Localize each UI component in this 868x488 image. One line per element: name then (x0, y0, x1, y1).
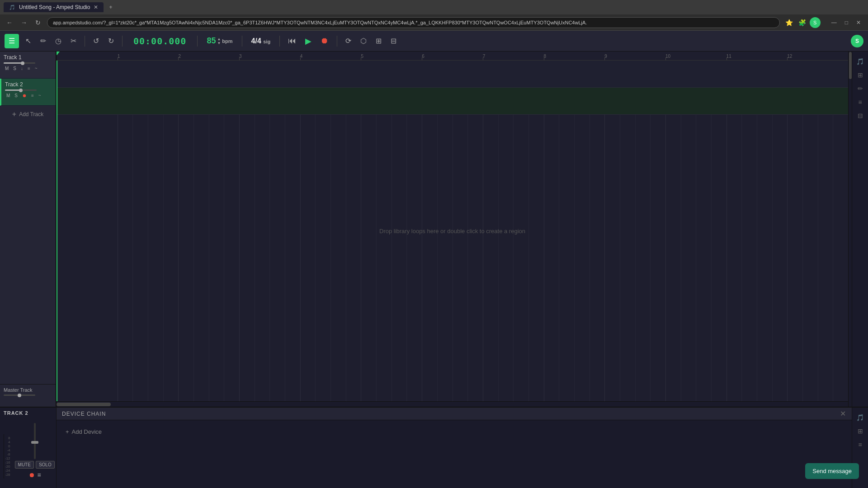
tracks-canvas[interactable]: Drop library loops here or double click … (57, 61, 848, 401)
marker-button[interactable]: ⬡ (358, 35, 369, 47)
track-2-volume-slider[interactable] (5, 89, 37, 91)
bottom-eq-icon[interactable]: ≡ (38, 471, 41, 479)
bottom-panel: Track 2 8 4 0 -4 -8 -12 -16 -20 -24 -28 (0, 407, 868, 488)
bookmark-icon[interactable]: ⭐ (783, 19, 795, 26)
track-1-auto-button[interactable]: ~ (33, 66, 39, 71)
minimize-button[interactable]: — (828, 19, 840, 26)
select-tool-button[interactable]: ↖ (23, 35, 34, 47)
track-1-eq-button[interactable]: ≡ (26, 66, 32, 71)
volume-fader[interactable] (34, 423, 36, 459)
track-2-mute-button[interactable]: M (5, 93, 11, 99)
quantize-button[interactable]: ⊟ (388, 35, 399, 47)
sidebar-icon-2[interactable]: ⊞ (854, 69, 867, 81)
url-input[interactable] (47, 17, 780, 28)
drop-hint: Drop library loops here or double click … (379, 228, 525, 235)
track-1-arm-button[interactable]: ↓ (19, 66, 24, 71)
track-2-eq-button[interactable]: ≡ (30, 93, 35, 99)
play-button[interactable]: ▶ (302, 34, 314, 48)
new-tab-button[interactable]: + (105, 2, 116, 12)
horizontal-scrollbar[interactable] (57, 401, 848, 407)
profile-icon[interactable]: S (810, 17, 821, 28)
track-lane-1[interactable] (57, 61, 848, 88)
playhead-line (57, 61, 57, 401)
ruler-marker-12: 12 (787, 54, 792, 59)
master-track-name: Master Track (4, 387, 52, 393)
device-chain-close-button[interactable]: ✕ (840, 409, 846, 418)
bottom-sidebar-icon-3[interactable]: ≡ (854, 438, 867, 451)
active-tab[interactable]: 🎵 Untitled Song - Amped Studio ✕ (4, 2, 104, 12)
ruler-tick-7 (483, 57, 483, 60)
record-button[interactable]: ⏺ (318, 34, 331, 47)
back-button[interactable]: ← (4, 18, 15, 27)
forward-button[interactable]: → (18, 18, 30, 27)
bottom-track-icons: ⏺ ≡ (28, 471, 41, 479)
track-1-mute-button[interactable]: M (4, 66, 10, 71)
bottom-solo-button[interactable]: SOLO (36, 461, 55, 469)
track-item-2[interactable]: Track 2 M S ⏺ ≡ ~ (0, 79, 56, 106)
clock-tool-button[interactable]: ◷ (52, 35, 64, 47)
track-2-name: Track 2 (5, 81, 52, 88)
toolbar-right: S (851, 35, 863, 47)
bpm-display[interactable]: 85 ▲▼ bpm (203, 36, 236, 46)
time-sig-value: 4/4 (251, 37, 261, 45)
track-2-record-button[interactable]: ⏺ (21, 93, 28, 99)
track-2-auto-button[interactable]: ~ (37, 93, 42, 99)
main-area: Track 1 M S ↓ ≡ ~ Track 2 (0, 52, 868, 407)
sidebar-icon-4[interactable]: ≡ (854, 96, 867, 108)
vertical-scrollbar[interactable] (848, 52, 852, 407)
track-item-1[interactable]: Track 1 M S ↓ ≡ ~ (0, 52, 56, 79)
ruler-tick-2 (178, 57, 179, 60)
mixer-fader-area: 8 4 0 -4 -8 -12 -16 -20 -24 -28 (4, 419, 52, 482)
sidebar-icon-3[interactable]: ✏ (854, 82, 867, 95)
bpm-label: bpm (222, 38, 232, 44)
toolbar-separator-4 (242, 36, 242, 47)
track-1-solo-button[interactable]: S (12, 66, 18, 71)
time-sig-label: sig (263, 39, 270, 44)
browser-action-buttons: ⭐ 🧩 S (783, 17, 821, 28)
bpm-arrows[interactable]: ▲▼ (217, 37, 221, 45)
timeline-ruler[interactable]: 123456789101112 (57, 52, 848, 61)
user-avatar[interactable]: S (851, 35, 863, 47)
track-lane-2[interactable] (57, 88, 848, 115)
toolbar-separator-2 (122, 36, 123, 47)
add-track-button[interactable]: + Add Track (0, 106, 56, 123)
track-list-spacer (0, 123, 56, 384)
main-toolbar: ☰ ↖ ✏ ◷ ✂ ↺ ↻ 00:00.000 85 ▲▼ bpm 4/4 si… (0, 31, 868, 52)
bottom-record-icon[interactable]: ⏺ (28, 471, 35, 479)
extensions-icon[interactable]: 🧩 (797, 19, 808, 26)
bottom-sidebar-icon-2[interactable]: ⊞ (854, 425, 867, 437)
master-track[interactable]: Master Track (0, 384, 56, 407)
send-message-button[interactable]: Send message (805, 463, 859, 479)
tab-icon: 🎵 (9, 5, 15, 10)
db-scale: 8 4 0 -4 -8 -12 -16 -20 -24 -28 (4, 434, 11, 479)
browser-tab-bar: 🎵 Untitled Song - Amped Studio ✕ + (0, 0, 868, 14)
master-volume-slider[interactable] (4, 394, 35, 396)
punch-button[interactable]: ⊞ (373, 35, 384, 47)
h-scroll-thumb[interactable] (57, 403, 111, 406)
refresh-button[interactable]: ↻ (33, 18, 43, 27)
add-device-button[interactable]: + Add Device (62, 426, 105, 438)
ruler-tick-1 (118, 57, 118, 60)
close-button[interactable]: ✕ (853, 19, 864, 26)
maximize-button[interactable]: □ (841, 19, 852, 26)
bottom-sidebar-icon-1[interactable]: 🎵 (854, 411, 867, 424)
bottom-mute-button[interactable]: MUTE (15, 461, 34, 469)
track-2-solo-button[interactable]: S (13, 93, 19, 99)
menu-button[interactable]: ☰ (5, 34, 19, 48)
scissors-tool-button[interactable]: ✂ (68, 35, 79, 47)
sidebar-icon-5[interactable]: ⊟ (854, 109, 867, 122)
skip-back-button[interactable]: ⏮ (285, 34, 299, 47)
tab-close-icon[interactable]: ✕ (94, 4, 98, 10)
sidebar-icon-1[interactable]: 🎵 (854, 55, 867, 68)
track-2-controls: M S ⏺ ≡ ~ (5, 93, 52, 99)
right-sidebar: 🎵 ⊞ ✏ ≡ ⊟ (852, 52, 868, 407)
undo-button[interactable]: ↺ (90, 35, 102, 47)
redo-button[interactable]: ↻ (105, 35, 117, 47)
bottom-track-label: Track 2 (4, 410, 52, 416)
empty-canvas-area[interactable]: Drop library loops here or double click … (57, 115, 848, 401)
bpm-value: 85 (207, 36, 216, 46)
track-1-volume-slider[interactable] (4, 62, 35, 64)
ruler-tick-5 (361, 57, 361, 60)
loop-button[interactable]: ⟳ (343, 35, 354, 47)
pencil-tool-button[interactable]: ✏ (38, 35, 49, 47)
